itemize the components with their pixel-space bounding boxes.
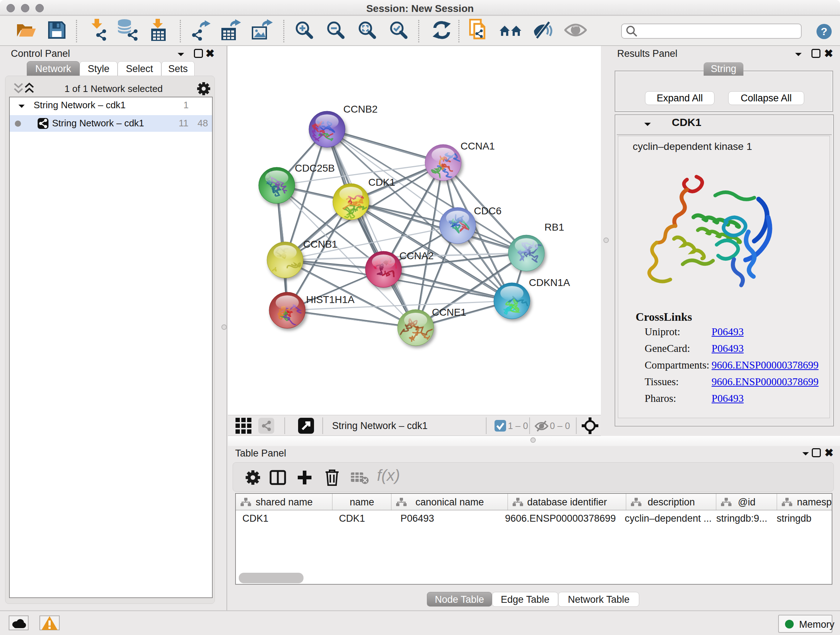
svg-text:CDC6: CDC6 — [474, 205, 501, 217]
svg-text:HIST1H1A: HIST1H1A — [306, 294, 355, 305]
svg-text:?: ? — [821, 25, 827, 37]
svg-text:CCNA1: CCNA1 — [461, 141, 495, 152]
svg-text:CCNB2: CCNB2 — [343, 103, 378, 115]
svg-text:CCNB1: CCNB1 — [303, 239, 338, 250]
svg-text:CCNA2: CCNA2 — [399, 250, 434, 261]
svg-text:CCNE1: CCNE1 — [432, 307, 466, 318]
svg-text:CDKN1A: CDKN1A — [529, 277, 570, 288]
svg-text:CDC25B: CDC25B — [295, 163, 335, 174]
svg-text:CDK1: CDK1 — [368, 177, 395, 188]
svg-text:RB1: RB1 — [545, 222, 564, 233]
